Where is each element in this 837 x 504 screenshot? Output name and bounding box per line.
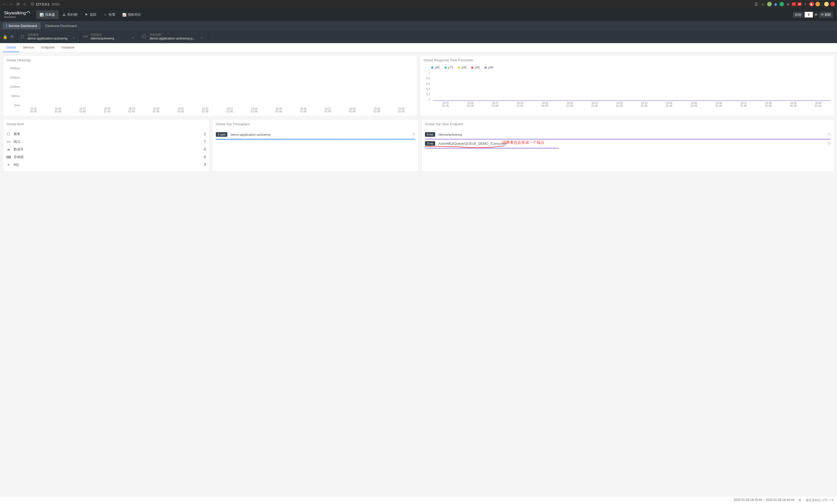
endpoint-selector-value: /demo/activemq (90, 36, 126, 40)
endpoint-selector-label: 当前端点 (90, 33, 126, 36)
service-selector-value: demo-application-activemq (28, 36, 67, 40)
tab-service-dashboard[interactable]: Service Dashboard (3, 22, 40, 29)
throughput-list: 2 cpmdemo-application-activemq⎘ (213, 129, 418, 143)
app-logo: Skywalking Rocketbot (4, 11, 30, 18)
instance-selector[interactable]: 🖵 当前实例 demo-application-activemq-p... ⌄ (139, 30, 208, 43)
heatmap-chart: 2000ms1500ms1000ms500ms0ms 18:2501-0518:… (6, 67, 414, 113)
panel-throughput: Global Top Throughput 2 cpmdemo-applicat… (212, 119, 419, 171)
subtab-endpoint[interactable]: Endpoint (38, 43, 58, 52)
annotation-underline (425, 145, 504, 150)
legend-item-p99[interactable]: p99 (484, 66, 493, 69)
endpoint-selector[interactable]: <> 当前端点 /demo/activemq ⌄ (80, 30, 139, 43)
legend-item-p50[interactable]: p50 (431, 66, 440, 69)
chevron-down-icon[interactable]: ⌄ (198, 34, 205, 39)
app-header: Skywalking Rocketbot 📊 仪表盘 🖧 拓扑图 ⚑ 追踪 ○ … (0, 8, 837, 21)
slow-title: Global Top Slow Endpoint (422, 119, 834, 129)
badge-seven[interactable]: 7 (792, 2, 796, 6)
tab-database-dashboard[interactable]: Database Dashboard (42, 22, 81, 29)
brief-label: 存储器 (14, 155, 201, 160)
heatmap-x-axis: 18:2501-0518:2601-0518:2701-0518:2801-05… (21, 107, 414, 113)
percentile-x-axis: 18:2501-0518:2601-0518:2701-0518:2801-05… (433, 101, 831, 107)
instance-selector-value: demo-application-activemq-p... (149, 36, 195, 40)
nav-compare[interactable]: 📈 指标对比 (119, 10, 145, 19)
auto-toggle[interactable]: 自动 (793, 12, 803, 18)
nav-alarm[interactable]: ○ 告警 (100, 10, 119, 19)
copy-icon[interactable]: ⎘ (413, 132, 415, 137)
avatar-icon[interactable]: ☺ (824, 2, 829, 6)
metric-bar (216, 139, 415, 139)
percentile-legend: p50p75p90p95p99 (428, 65, 834, 71)
chevron-down-icon[interactable]: ⌄ (70, 34, 77, 39)
star-icon[interactable]: ☆ (761, 2, 766, 7)
percentile-chart: 10.80.60.40.20 18:2501-0518:2601-0518:27… (423, 71, 831, 107)
home-icon[interactable]: ⌂ (22, 2, 27, 7)
brief-item: ☐服务1 (6, 130, 206, 138)
nav-topology[interactable]: 🖧 拓扑图 (58, 10, 81, 19)
check-circle-icon[interactable]: ✓ (780, 2, 784, 6)
alarm-icon: ○ (104, 13, 107, 16)
interval-input[interactable] (805, 12, 813, 17)
service-selector-label: 当前服务 (28, 33, 67, 36)
legend-item-p95[interactable]: p95 (471, 66, 480, 69)
reload-icon[interactable]: ⟳ (15, 2, 21, 7)
brief-list: ☐服务1<>端点7≣数据库0⌨存储器0≡MQ3 (3, 129, 209, 171)
brief-label: 数据库 (14, 147, 201, 152)
back-icon[interactable]: ← (2, 2, 7, 7)
diamond-icon[interactable]: ◆ (773, 2, 778, 6)
interval-unit: 秒 (814, 13, 818, 17)
subtab-global[interactable]: Global (3, 43, 19, 52)
legend-item-p90[interactable]: p90 (458, 66, 466, 69)
panel-percentile: Global Response Time Percentile p50p75p9… (420, 55, 834, 116)
lock-icon[interactable]: 🔒 (3, 35, 7, 39)
topology-icon: 🖧 (62, 13, 66, 16)
brief-icon: <> (6, 139, 11, 144)
fire-icon[interactable]: ◉ (809, 2, 814, 6)
annotation: 消费者也会形成一个端点 (502, 140, 545, 145)
metric-badge: 9 ms (425, 132, 435, 137)
trace-icon: ⚑ (85, 13, 88, 16)
sub-tabs: Global Service Endpoint Instance (0, 43, 837, 52)
metric-name: demo-application-activemq (230, 133, 410, 136)
subtab-service[interactable]: Service (19, 43, 38, 52)
ext-icon-2[interactable] (815, 2, 820, 6)
brief-title: Global Brief (3, 119, 209, 129)
panel-brief: Global Brief ☐服务1<>端点7≣数据库0⌨存储器0≡MQ3 (3, 119, 209, 171)
copy-icon[interactable]: ⎘ (828, 132, 831, 137)
grid-icon[interactable]: ▦ (786, 2, 790, 6)
reader-icon[interactable]: ☰ (754, 2, 759, 7)
nav-trace[interactable]: ⚑ 追踪 (81, 10, 100, 19)
throughput-title: Global Top Throughput (213, 119, 418, 129)
record-icon[interactable] (830, 2, 835, 6)
url-bar[interactable]: ⓘ 127.0.0.1:8080 (31, 2, 59, 6)
brief-icon: ≡ (6, 163, 11, 167)
url-port: :8080 (51, 2, 59, 6)
refresh-icon: ⟳ (821, 13, 824, 16)
refresh-button[interactable]: ⟳ 刷新 (819, 12, 833, 18)
browser-right-icons: ☰ ☆ ◆ ✓ ▦ 7 off ❦ ◉ | ☺ (754, 2, 835, 7)
copy-icon[interactable]: ⎘ (828, 141, 831, 146)
panel-heatmap: Global Heatmap 2000ms1500ms1000ms500ms0m… (3, 55, 417, 116)
subtab-instance[interactable]: Instance (58, 43, 78, 52)
percentile-line (433, 100, 831, 101)
brief-icon: ≣ (6, 147, 11, 151)
leaf-icon[interactable]: ❦ (803, 2, 808, 6)
brief-icon: ☐ (6, 132, 11, 136)
service-selector[interactable]: ☐ 当前服务 demo-application-activemq ⌄ (17, 30, 80, 43)
metric-name: ActiveMQ/Queue/QUEUE_DEMO_/Consumer (438, 142, 825, 146)
throughput-row: 2 cpmdemo-application-activemq⎘ (216, 131, 415, 138)
ext-icon-1[interactable] (767, 2, 772, 6)
forward-icon[interactable]: → (9, 2, 14, 7)
brief-label: MQ (14, 163, 201, 167)
legend-item-p75[interactable]: p75 (444, 66, 453, 69)
chevron-down-icon[interactable]: ⌄ (129, 34, 136, 39)
heatmap-title: Global Heatmap (3, 56, 417, 65)
brief-label: 服务 (14, 132, 201, 136)
instance-icon: 🖵 (142, 35, 146, 39)
brief-icon: ⌨ (6, 155, 11, 159)
reload-selector-icon[interactable]: ⟳ (10, 35, 14, 39)
compare-icon: 📈 (123, 13, 126, 16)
browser-chrome: ← → ⟳ ⌂ ⓘ 127.0.0.1:8080 ☰ ☆ ◆ ✓ ▦ 7 off… (0, 0, 837, 8)
badge-off[interactable]: off (798, 2, 802, 6)
bottom-row: Global Brief ☐服务1<>端点7≣数据库0⌨存储器0≡MQ3 Glo… (3, 119, 834, 171)
nav-dashboard[interactable]: 📊 仪表盘 (36, 10, 58, 19)
